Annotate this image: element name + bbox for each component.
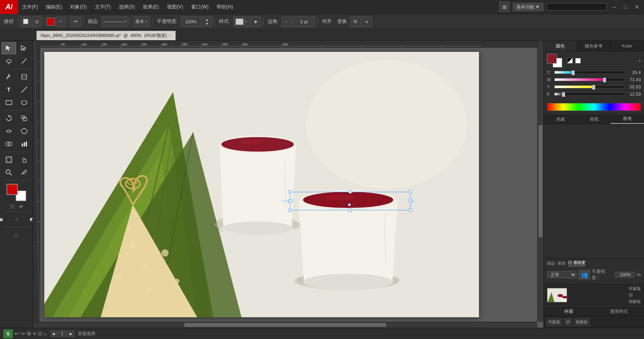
vertical-scroll-thumb[interactable] bbox=[539, 125, 543, 238]
zoom-tool[interactable] bbox=[2, 166, 16, 179]
workspace-icon[interactable]: ⊞ bbox=[499, 2, 510, 12]
stroke-icon[interactable]: ✏ bbox=[70, 16, 81, 27]
prev-page-btn[interactable]: ◀ bbox=[50, 331, 57, 337]
artboards-icon[interactable]: ⬚ bbox=[4, 229, 29, 241]
horizontal-scrollbar[interactable] bbox=[33, 322, 537, 328]
style-dropdown[interactable]: ▼ bbox=[233, 16, 250, 27]
release-btn[interactable]: 切 bbox=[564, 318, 572, 326]
transparency-tab-small[interactable]: ◎ 透明度 bbox=[568, 260, 585, 266]
canvas-content[interactable] bbox=[40, 48, 537, 322]
close-button[interactable]: ✕ bbox=[633, 3, 641, 11]
menu-edit[interactable]: 编辑(E) bbox=[42, 0, 66, 14]
bar-chart-tool[interactable] bbox=[17, 138, 31, 150]
corner-input[interactable] bbox=[293, 16, 315, 27]
workspace-dropdown[interactable]: 基本功能 ▼ bbox=[513, 3, 543, 11]
minimize-button[interactable]: ─ bbox=[610, 3, 618, 11]
k-slider-thumb[interactable] bbox=[562, 92, 565, 97]
selection-tool[interactable] bbox=[2, 42, 16, 54]
fill-mode[interactable]: ▣ bbox=[0, 213, 8, 225]
transform-icon[interactable]: ◎ bbox=[32, 16, 42, 27]
menu-effect[interactable]: 效果(E) bbox=[139, 0, 163, 14]
foreground-color-swatch[interactable] bbox=[6, 184, 18, 195]
opacity-input[interactable] bbox=[181, 16, 201, 27]
ellipse-tool[interactable] bbox=[17, 97, 31, 109]
arrange-icon[interactable]: ⧉ bbox=[350, 16, 361, 27]
menu-select[interactable]: 选择(S) bbox=[115, 0, 139, 14]
eyedropper-tool[interactable] bbox=[17, 166, 31, 179]
color-guide-tab[interactable]: 颜色参考 bbox=[577, 41, 611, 51]
menu-text[interactable]: 文字(T) bbox=[91, 0, 115, 14]
lasso-tool[interactable] bbox=[2, 55, 16, 67]
line-tool[interactable] bbox=[17, 84, 31, 96]
horizontal-scroll-thumb[interactable] bbox=[184, 323, 386, 327]
c-slider-thumb[interactable] bbox=[572, 70, 575, 75]
style-options-icon[interactable]: ◈ bbox=[250, 16, 261, 27]
tab-close-icon[interactable]: × bbox=[169, 33, 171, 38]
layers-icon[interactable]: ≡ bbox=[33, 331, 36, 337]
more-icon[interactable]: ≡ bbox=[361, 16, 372, 27]
info-icon[interactable]: ⊡ bbox=[38, 331, 42, 337]
corner-icon[interactable]: ⌐ bbox=[282, 16, 292, 27]
menu-window[interactable]: 窗口(W) bbox=[187, 0, 213, 14]
graphic-styles-tab[interactable]: 图形样式 bbox=[594, 306, 644, 316]
kuler-tab[interactable]: Kuler bbox=[611, 41, 644, 51]
pen-tool[interactable] bbox=[2, 71, 16, 83]
search-input[interactable] bbox=[547, 3, 607, 10]
mask-button[interactable]: 作蒙版 bbox=[629, 286, 641, 292]
gradient-tab-small[interactable]: 渐变 bbox=[557, 261, 566, 266]
type-tool[interactable]: T bbox=[2, 84, 16, 96]
artboard-tool[interactable] bbox=[2, 154, 16, 166]
redo-icon[interactable]: ↪ bbox=[21, 331, 25, 337]
brushes-tab[interactable]: 画笔 bbox=[577, 114, 611, 124]
opacity-up-arrow[interactable]: ▲▼ bbox=[202, 16, 212, 27]
white-color-icon[interactable] bbox=[575, 58, 581, 64]
next-page-btn[interactable]: ▶ bbox=[68, 331, 74, 337]
symbols-tab[interactable]: 符号 bbox=[611, 114, 644, 124]
rotate-tool[interactable] bbox=[2, 112, 16, 124]
swatches-tab[interactable]: 色板 bbox=[544, 114, 577, 124]
appearance-tab[interactable]: 外观 bbox=[544, 306, 594, 316]
color-spectrum[interactable] bbox=[547, 103, 641, 111]
tools-icon[interactable]: ⚙ bbox=[27, 331, 31, 337]
fill-color-swatch[interactable] bbox=[47, 18, 55, 26]
gradient-mode[interactable]: ◩ bbox=[25, 213, 33, 225]
scale-tool[interactable] bbox=[17, 112, 31, 124]
alpha-mask-button[interactable]: 相蒙版 bbox=[629, 299, 641, 304]
line-style-dropdown[interactable]: 基本 ▼ bbox=[133, 16, 150, 27]
fill-dropdown[interactable]: ▼ bbox=[56, 16, 66, 27]
undo-icon[interactable]: ↩ bbox=[14, 331, 19, 337]
k-slider[interactable] bbox=[554, 92, 625, 96]
make-mask-btn[interactable]: 作蒙版 bbox=[546, 318, 562, 326]
stroke-mode[interactable]: ○ bbox=[9, 213, 24, 225]
panel-menu-icon[interactable]: ≡ bbox=[638, 59, 641, 63]
direct-select-icon[interactable]: ⬜ bbox=[21, 16, 31, 27]
hand-tool[interactable] bbox=[17, 154, 31, 166]
color-tab[interactable]: 颜色 bbox=[544, 41, 577, 51]
m-slider[interactable] bbox=[554, 78, 625, 81]
none-color-icon[interactable] bbox=[567, 58, 573, 64]
zoom-icon[interactable]: ⌕ bbox=[44, 331, 47, 337]
rectangle-tool[interactable] bbox=[2, 97, 16, 109]
swap-colors-icon[interactable]: ⇄ bbox=[17, 203, 25, 210]
magic-wand-tool[interactable] bbox=[17, 55, 31, 67]
c-slider[interactable] bbox=[554, 71, 625, 74]
y-slider[interactable] bbox=[554, 85, 625, 88]
blend-mode-select[interactable]: 正常 正片叠底 滤色 bbox=[547, 271, 577, 278]
maximize-button[interactable]: □ bbox=[621, 3, 630, 11]
stroke-dropdown[interactable]: ────── ▼ bbox=[102, 16, 129, 27]
menu-help[interactable]: 帮助(H) bbox=[213, 0, 237, 14]
menu-view[interactable]: 视图(V) bbox=[163, 0, 187, 14]
direct-selection-tool[interactable] bbox=[17, 42, 31, 54]
m-slider-thumb[interactable] bbox=[603, 78, 606, 82]
opacity-value-input[interactable] bbox=[615, 272, 635, 277]
default-colors-icon[interactable]: ⬛ bbox=[8, 203, 16, 210]
page-number-input[interactable] bbox=[58, 331, 67, 337]
stroke-tab-small[interactable]: 描边 bbox=[547, 261, 555, 266]
fg-color-swatch[interactable] bbox=[547, 54, 557, 64]
pencil-tool[interactable] bbox=[17, 71, 31, 83]
menu-file[interactable]: 文件(F) bbox=[18, 0, 42, 14]
menu-object[interactable]: 对象(O) bbox=[66, 0, 91, 14]
vertical-scrollbar[interactable] bbox=[537, 41, 543, 322]
y-slider-thumb[interactable] bbox=[592, 85, 595, 90]
canvas-area[interactable]: 50 100 150 200 250 300 350 400 450 500 6… bbox=[33, 41, 543, 328]
